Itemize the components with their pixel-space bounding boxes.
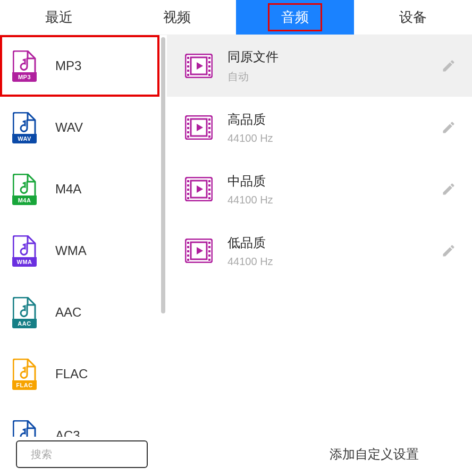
tab-label: 视频 [163,8,191,27]
file-format-icon [13,420,36,437]
svg-rect-34 [208,193,210,195]
format-label: FLAC [55,367,88,381]
format-category-tabs: 最近 视频 音频 设备 [0,0,472,35]
svg-rect-33 [208,189,210,191]
svg-rect-5 [187,70,189,72]
format-item-aac[interactable]: AACAAC [0,282,159,343]
format-label: WAV [55,120,83,135]
svg-rect-14 [187,118,189,121]
preset-subtitle: 44100 Hz [227,256,426,268]
preset-item[interactable]: 中品质44100 Hz [167,158,472,220]
file-format-badge: WMA [12,257,37,267]
preset-subtitle: 自动 [227,70,426,84]
preset-title: 同原文件 [227,48,426,65]
preset-title: 低品质 [227,234,426,251]
edit-preset-icon[interactable] [441,182,456,197]
file-format-icon: WAV [13,112,36,143]
edit-preset-icon[interactable] [441,243,456,258]
tab-recent[interactable]: 最近 [0,0,118,35]
svg-rect-20 [208,123,210,125]
svg-rect-43 [208,242,210,244]
scrollbar-thumb[interactable] [161,37,165,313]
format-item-m4a[interactable]: M4AM4A [0,158,159,220]
svg-rect-3 [187,61,189,63]
film-icon [185,54,213,78]
preset-subtitle: 44100 Hz [227,132,426,144]
preset-texts: 低品质44100 Hz [227,234,426,268]
file-format-icon: MP3 [13,50,36,81]
svg-rect-42 [187,259,189,261]
search-box[interactable] [16,440,148,468]
svg-rect-29 [187,193,189,195]
svg-rect-19 [208,118,210,121]
file-format-icon: FLAC [13,359,36,389]
format-item-wav[interactable]: WAVWAV [0,97,159,158]
file-format-badge: WAV [12,134,37,143]
svg-rect-45 [208,250,210,252]
preset-item[interactable]: 高品质44100 Hz [167,97,472,158]
svg-rect-47 [208,259,210,261]
preset-title: 高品质 [227,111,426,128]
svg-rect-18 [187,135,189,138]
tab-audio[interactable]: 音频 [236,0,354,35]
svg-rect-15 [187,123,189,125]
preset-texts: 同原文件自动 [227,48,426,84]
svg-rect-21 [208,127,210,129]
add-custom-preset-button[interactable]: 添加自定义设置 [314,440,435,468]
format-item-wma[interactable]: WMAWMA [0,220,159,282]
svg-rect-31 [208,180,210,182]
svg-rect-35 [208,197,210,199]
preset-title: 中品质 [227,173,426,190]
svg-rect-30 [187,197,189,199]
edit-preset-icon[interactable] [441,58,456,73]
format-label: AAC [55,305,81,320]
svg-rect-11 [208,74,210,76]
film-icon [185,239,213,263]
tab-video[interactable]: 视频 [118,0,236,35]
svg-rect-32 [208,184,210,186]
main-area: MP3MP3WAVWAVM4AM4AWMAWMAAACAACFLACFLACAC… [0,35,472,437]
format-item-ac3[interactable]: AC3 [0,405,159,437]
tab-device[interactable]: 设备 [354,0,472,35]
format-item-mp3[interactable]: MP3MP3 [0,35,159,97]
preset-subtitle: 44100 Hz [227,194,426,206]
svg-rect-44 [208,246,210,248]
file-format-icon: M4A [13,174,36,205]
svg-rect-4 [187,65,189,67]
format-sidebar: MP3MP3WAVWAVM4AM4AWMAWMAAACAACFLACFLACAC… [0,35,159,437]
svg-rect-40 [187,250,189,252]
svg-rect-26 [187,180,189,182]
file-format-badge: AAC [12,319,37,328]
svg-rect-22 [208,131,210,133]
preset-texts: 高品质44100 Hz [227,111,426,144]
format-label: WMA [55,243,87,258]
svg-rect-17 [187,131,189,133]
tab-label: 设备 [399,8,427,27]
preset-texts: 中品质44100 Hz [227,173,426,206]
svg-rect-41 [187,254,189,257]
format-item-flac[interactable]: FLACFLAC [0,343,159,405]
svg-rect-6 [187,74,189,76]
svg-rect-23 [208,135,210,138]
file-format-badge: FLAC [12,380,37,390]
tab-label: 最近 [45,8,73,27]
svg-rect-46 [208,254,210,257]
preset-item[interactable]: 同原文件自动 [167,35,472,97]
format-label: M4A [55,182,81,197]
svg-rect-10 [208,70,210,72]
preset-item[interactable]: 低品质44100 Hz [167,220,472,282]
svg-rect-27 [187,184,189,186]
svg-rect-2 [187,57,189,59]
file-format-badge: MP3 [12,72,37,82]
film-icon [185,115,213,140]
svg-rect-9 [208,65,210,67]
vertical-scrollbar-area [159,35,167,437]
edit-preset-icon[interactable] [441,120,456,135]
svg-rect-28 [187,189,189,191]
footer-bar: 添加自定义设置 [0,437,472,476]
tab-highlight-box [268,3,322,31]
search-input[interactable] [31,448,165,461]
svg-rect-39 [187,246,189,248]
svg-rect-8 [208,61,210,63]
file-format-icon: AAC [13,297,36,328]
